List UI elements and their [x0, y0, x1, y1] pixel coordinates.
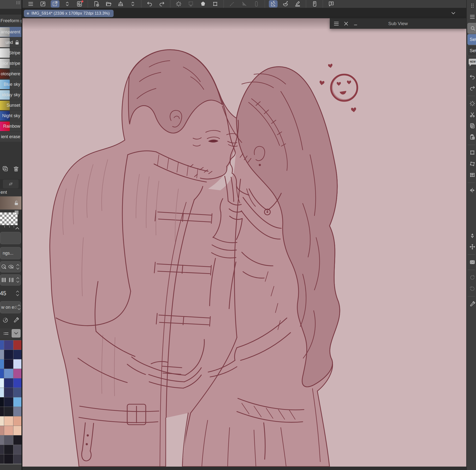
save-button[interactable]	[116, 0, 125, 8]
menu-button[interactable]	[467, 11, 476, 22]
stepper-chevrons-icon[interactable]	[15, 277, 20, 283]
undo-button[interactable]	[467, 71, 476, 83]
collapse-chevrons-button[interactable]	[63, 0, 72, 8]
material-bowl-button[interactable]	[281, 0, 290, 8]
gradient-shape-row[interactable]	[0, 261, 21, 272]
palette-swatch[interactable]	[4, 426, 13, 435]
palette-swatch[interactable]	[4, 397, 13, 407]
rotate-cw-button[interactable]	[467, 272, 476, 283]
gradient-set-item[interactable]: ient erase	[0, 132, 21, 142]
tool-property-button-blank[interactable]	[0, 232, 21, 244]
palette-swatch[interactable]	[13, 445, 22, 454]
tabbar-chevron-icon[interactable]	[450, 10, 457, 16]
palette-swatch[interactable]	[4, 445, 13, 454]
collapse-chevrons-button[interactable]	[128, 0, 137, 8]
whats-new-button[interactable]: NEW	[467, 56, 476, 67]
angle-stepper[interactable]: 45	[0, 288, 21, 299]
gradient-set-item[interactable]: Night sky	[0, 111, 21, 121]
palette-swatch[interactable]	[13, 454, 22, 464]
deselect-button[interactable]	[187, 0, 195, 8]
mesh-transform-button[interactable]	[467, 169, 476, 181]
undo-button[interactable]	[145, 0, 154, 8]
settings-button[interactable]: Set	[467, 34, 476, 45]
gradient-set-item[interactable]: Blue sky	[0, 79, 21, 90]
collapse-chevron-icon[interactable]	[14, 225, 20, 232]
palette-swatch[interactable]	[13, 388, 22, 397]
palette-swatch[interactable]	[13, 359, 22, 369]
palette-swatch[interactable]	[13, 369, 22, 378]
palette-swatch[interactable]	[0, 397, 4, 407]
gradient-editor[interactable]	[0, 211, 21, 230]
wrench-icon[interactable]	[13, 317, 19, 323]
clipstudio-logo-button[interactable]	[75, 0, 84, 8]
palette-swatch[interactable]	[13, 378, 22, 388]
transform-frame-button[interactable]	[467, 147, 476, 158]
gradient-node-handle[interactable]	[15, 211, 18, 214]
transform-frame-button[interactable]	[211, 0, 220, 8]
swap-colors-button[interactable]	[3, 180, 18, 188]
property-lines-icon[interactable]	[3, 330, 9, 337]
ruler-pen-button[interactable]	[269, 0, 278, 8]
gradient-set-item[interactable]: und	[0, 37, 21, 48]
palette-swatch[interactable]	[13, 397, 22, 407]
new-window-button[interactable]	[38, 0, 47, 8]
palette-swatch[interactable]	[0, 350, 4, 359]
gradient-set-item[interactable]: otosphere	[0, 69, 21, 79]
stepper-chevrons-icon[interactable]	[15, 290, 20, 297]
duplicate-button[interactable]	[2, 166, 9, 172]
flip-vertical-button[interactable]	[467, 230, 476, 241]
move-button[interactable]	[467, 241, 476, 252]
palette-swatch[interactable]	[0, 378, 4, 388]
shape-mask-button[interactable]	[240, 0, 249, 8]
edge-process-row[interactable]	[0, 274, 21, 285]
gradient-set-item[interactable]: olor stripe	[0, 58, 21, 69]
palette-swatch[interactable]	[0, 407, 4, 416]
flip-horizontal-button[interactable]	[467, 185, 476, 196]
palette-swatch[interactable]	[13, 436, 22, 445]
magnifier-button[interactable]	[467, 23, 476, 34]
spinner-button[interactable]	[174, 0, 183, 8]
copy-button[interactable]	[467, 120, 476, 132]
palette-swatch[interactable]	[4, 350, 13, 359]
timer-gauge-icon[interactable]	[2, 317, 9, 323]
spinner-button[interactable]	[467, 98, 476, 109]
new-canvas-button[interactable]	[92, 0, 101, 8]
device-button[interactable]	[310, 0, 319, 8]
palette-swatch[interactable]	[4, 416, 13, 426]
line-tool-button[interactable]	[228, 0, 237, 8]
fill-shape-button[interactable]	[199, 0, 207, 8]
palette-swatch[interactable]	[0, 445, 4, 454]
palette-swatch[interactable]	[13, 350, 22, 359]
paste-button[interactable]	[467, 132, 476, 143]
gradient-set-item[interactable]: Stripe	[0, 48, 21, 58]
draw-target-dropdown[interactable]: w on e d	[0, 301, 21, 313]
palette-swatch[interactable]	[0, 436, 4, 445]
palette-swatch[interactable]	[4, 388, 13, 397]
wrench-button[interactable]	[467, 299, 476, 310]
gradient-preview[interactable]	[0, 196, 21, 210]
redo-button[interactable]	[157, 0, 166, 8]
palette-swatch[interactable]	[4, 340, 13, 350]
expand-chevron-button[interactable]	[12, 329, 20, 337]
menu-button[interactable]	[26, 0, 35, 8]
gradient-set-item[interactable]: Rainbow	[0, 121, 21, 132]
palette-swatch[interactable]	[0, 369, 4, 378]
gradient-set-item[interactable]: ansparent	[0, 27, 21, 37]
distort-button[interactable]	[467, 158, 476, 169]
open-folder-button[interactable]	[104, 0, 113, 8]
scissors-button[interactable]	[467, 109, 476, 120]
mask-button[interactable]	[467, 257, 476, 268]
palette-swatch[interactable]	[0, 340, 4, 350]
palette-swatch[interactable]	[0, 416, 4, 426]
gradient-set-item[interactable]: idday sky	[0, 90, 21, 100]
grip-button[interactable]	[467, 0, 476, 11]
stepper-chevrons-icon[interactable]	[15, 263, 20, 270]
palette-swatch[interactable]	[0, 454, 4, 464]
stepper-chevrons-icon[interactable]	[17, 304, 21, 311]
delete-button[interactable]	[13, 166, 19, 172]
palette-swatch[interactable]	[4, 454, 13, 464]
palette-swatch[interactable]	[4, 378, 13, 388]
palette-swatch[interactable]	[4, 436, 13, 445]
redo-button[interactable]	[467, 83, 476, 94]
palette-swatch[interactable]	[13, 340, 22, 350]
